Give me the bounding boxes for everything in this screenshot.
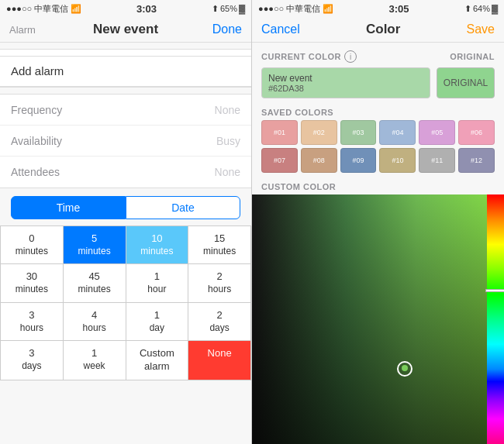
carrier-left: ●●●○○ 中華電信 📶 bbox=[6, 3, 81, 15]
time-cell[interactable]: 3days bbox=[1, 341, 64, 380]
status-bar-left: ●●●○○ 中華電信 📶 3:03 ⬆ 65% ▓ bbox=[0, 0, 251, 17]
add-alarm-row[interactable]: Add alarm bbox=[0, 56, 251, 87]
color-swatch[interactable]: #11 bbox=[419, 148, 455, 173]
time-cell[interactable]: 2hours bbox=[188, 264, 251, 302]
color-swatch[interactable]: #09 bbox=[340, 148, 377, 173]
date-segment-button[interactable]: Date bbox=[126, 196, 240, 219]
custom-color-title: CUSTOM COLOR bbox=[261, 182, 336, 191]
status-bar-right: ●●●○○ 中華電信 📶 3:05 ⬆ 64% ▓ bbox=[252, 0, 504, 17]
color-swatch[interactable]: #10 bbox=[379, 148, 416, 173]
time-cell[interactable]: 15minutes bbox=[188, 226, 251, 264]
custom-color-picker[interactable] bbox=[252, 194, 504, 444]
battery-area-left: ⬆ 65% ▓ bbox=[212, 4, 245, 14]
current-color-title: CURRENT COLOR bbox=[261, 52, 341, 61]
save-button[interactable]: Save bbox=[467, 22, 495, 36]
color-swatch[interactable]: #03 bbox=[340, 120, 377, 145]
attendees-row[interactable]: Attendees None bbox=[0, 157, 251, 188]
custom-color-header: CUSTOM COLOR bbox=[252, 177, 504, 194]
time-grid: 0minutes5minutes10minutes15minutes30minu… bbox=[0, 225, 251, 380]
time-cell[interactable]: 0minutes bbox=[1, 226, 64, 264]
color-swatch[interactable]: #12 bbox=[458, 148, 495, 173]
time-cell[interactable]: None bbox=[188, 341, 251, 380]
time-cell[interactable]: 4hours bbox=[64, 303, 126, 341]
battery-level-right: 64% bbox=[473, 4, 490, 13]
color-swatch[interactable]: #01 bbox=[261, 120, 298, 145]
time-cell[interactable]: 10minutes bbox=[126, 226, 189, 264]
availability-label: Availability bbox=[11, 135, 62, 147]
time-cell[interactable]: 1week bbox=[64, 341, 126, 380]
carrier-name-left: 中華電信 bbox=[34, 3, 68, 15]
color-picker-area[interactable] bbox=[252, 194, 504, 444]
time-cell[interactable]: Custom alarm bbox=[126, 341, 189, 380]
wifi-icon-right: 📶 bbox=[323, 4, 333, 14]
battery-area-right: ⬆ 64% ▓ bbox=[464, 4, 498, 14]
current-color-section: CURRENT COLOR i ORIGINAL New event #62DA… bbox=[252, 43, 504, 103]
carrier-name-right: 中華電信 bbox=[286, 3, 320, 15]
location-icon-right: ⬆ bbox=[464, 4, 471, 14]
left-panel: ●●●○○ 中華電信 📶 3:03 ⬆ 65% ▓ Alarm New even… bbox=[0, 0, 252, 444]
page-title-left: New event bbox=[48, 22, 203, 37]
saved-colors-title: SAVED COLORS bbox=[261, 108, 495, 117]
color-swatch[interactable]: #02 bbox=[301, 120, 337, 145]
current-color-hex: #62DA38 bbox=[268, 84, 423, 93]
color-page-title: Color bbox=[300, 22, 467, 37]
attendees-label: Attendees bbox=[11, 166, 60, 178]
right-panel: ●●●○○ 中華電信 📶 3:05 ⬆ 64% ▓ Cancel Color S… bbox=[252, 0, 504, 444]
add-alarm-label: Add alarm bbox=[11, 64, 64, 77]
time-cell[interactable]: 1day bbox=[126, 303, 189, 341]
color-swatch[interactable]: #04 bbox=[379, 120, 416, 145]
signal-dots: ●●●○○ bbox=[6, 4, 32, 13]
clock-left: 3:03 bbox=[136, 3, 157, 15]
battery-icon-right: ▓ bbox=[492, 4, 498, 13]
battery-icon-left: ▓ bbox=[239, 4, 245, 13]
current-color-row: New event #62DA38 ORIGINAL bbox=[261, 67, 495, 98]
time-cell[interactable]: 45minutes bbox=[64, 264, 126, 302]
current-color-box[interactable]: New event #62DA38 bbox=[261, 67, 430, 98]
cancel-button[interactable]: Cancel bbox=[261, 22, 300, 36]
frequency-value: None bbox=[215, 104, 240, 116]
time-cell[interactable]: 2days bbox=[188, 303, 251, 341]
time-date-segment: Time Date bbox=[11, 196, 240, 219]
nav-bar-left: Alarm New event Done bbox=[0, 17, 251, 43]
hue-bar[interactable] bbox=[487, 194, 504, 444]
form-section: Add alarm bbox=[0, 49, 251, 88]
current-color-event-name: New event bbox=[268, 73, 423, 84]
current-color-header: CURRENT COLOR i ORIGINAL bbox=[261, 50, 495, 63]
info-icon[interactable]: i bbox=[344, 50, 357, 63]
saved-colors-section: SAVED COLORS #01#02#03#04#05#06#07#08#09… bbox=[252, 103, 504, 177]
back-button-left[interactable]: Alarm bbox=[9, 24, 48, 36]
clock-right: 3:05 bbox=[389, 3, 409, 15]
availability-value: Busy bbox=[216, 135, 240, 147]
carrier-right: ●●●○○ 中華電信 📶 bbox=[258, 3, 333, 15]
time-segment-button[interactable]: Time bbox=[11, 196, 126, 219]
frequency-row[interactable]: Frequency None bbox=[0, 95, 251, 126]
signal-dots-right: ●●●○○ bbox=[258, 4, 284, 13]
color-nav-bar: Cancel Color Save bbox=[252, 17, 504, 43]
color-swatch[interactable]: #05 bbox=[419, 120, 455, 145]
done-button[interactable]: Done bbox=[203, 22, 242, 36]
original-color-box[interactable]: ORIGINAL bbox=[437, 67, 495, 98]
color-gradient[interactable] bbox=[252, 194, 487, 444]
form-details-section: Frequency None Availability Busy Attende… bbox=[0, 94, 251, 188]
original-label-top: ORIGINAL bbox=[450, 52, 495, 61]
time-cell[interactable]: 1hour bbox=[126, 264, 189, 302]
saved-colors-grid: #01#02#03#04#05#06#07#08#09#10#11#12 bbox=[261, 120, 495, 173]
frequency-label: Frequency bbox=[11, 104, 62, 116]
wifi-icon: 📶 bbox=[71, 4, 81, 14]
time-cell[interactable]: 5minutes bbox=[64, 226, 126, 264]
location-icon: ⬆ bbox=[212, 4, 219, 14]
color-swatch[interactable]: #08 bbox=[301, 148, 337, 173]
hue-indicator bbox=[485, 289, 504, 292]
color-swatch[interactable]: #07 bbox=[261, 148, 298, 173]
original-color-label: ORIGINAL bbox=[444, 77, 488, 88]
gradient-overlay bbox=[252, 194, 487, 444]
time-cell[interactable]: 30minutes bbox=[1, 264, 64, 302]
attendees-value: None bbox=[215, 166, 240, 178]
time-cell[interactable]: 3hours bbox=[1, 303, 64, 341]
availability-row[interactable]: Availability Busy bbox=[0, 126, 251, 157]
battery-level-left: 65% bbox=[220, 4, 237, 13]
color-swatch[interactable]: #06 bbox=[458, 120, 495, 145]
